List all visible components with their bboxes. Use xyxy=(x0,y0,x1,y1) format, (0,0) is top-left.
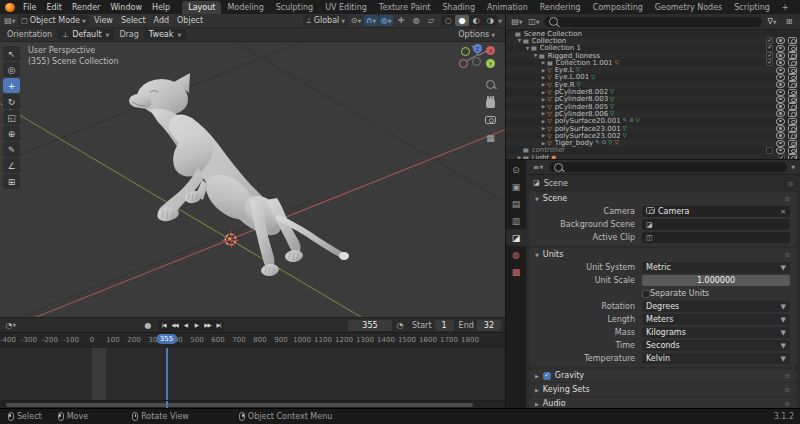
toggle-ortho-button[interactable]: ▦ xyxy=(484,132,497,144)
tool-add-cube-button[interactable]: ⊞ xyxy=(3,174,20,189)
orientation-setting-dropdown[interactable]: ⊥ Default ▼ xyxy=(57,29,114,40)
gizmo-z-neg[interactable] xyxy=(472,57,481,66)
expand-arrow-icon[interactable]: ▶ xyxy=(540,141,547,146)
shading-wireframe-button[interactable]: ○ xyxy=(441,15,455,26)
units-panel-header[interactable]: ▼ Units ≡ xyxy=(529,248,797,261)
properties-search-input[interactable] xyxy=(549,162,787,172)
next-keyframe-button[interactable]: ▶▶ xyxy=(202,320,213,331)
menu-file[interactable]: File xyxy=(18,3,41,12)
camera-view-button[interactable] xyxy=(484,114,497,126)
toggle-xray-button[interactable]: ▱ xyxy=(424,15,438,26)
disable-in-renders-icon[interactable] xyxy=(788,110,797,117)
outliner-search-input[interactable] xyxy=(544,17,762,27)
active-clip-field[interactable]: ◫ xyxy=(642,232,790,243)
properties-editor-type-button[interactable]: ≡▼ xyxy=(531,162,545,173)
tool-annotate-button[interactable]: ✎ xyxy=(3,142,20,157)
separate-units-checkbox[interactable] xyxy=(642,290,650,298)
workspace-tab-modeling[interactable]: Modeling xyxy=(221,1,269,14)
jump-to-end-button[interactable]: ▶| xyxy=(213,320,224,331)
gravity-checkbox[interactable] xyxy=(543,372,551,380)
disable-in-renders-icon[interactable] xyxy=(788,140,797,147)
properties-tab-world[interactable]: ◍ xyxy=(506,246,526,263)
gizmo-y[interactable]: Y xyxy=(486,59,495,68)
viewport-menu-view[interactable]: View xyxy=(90,16,117,25)
hide-in-viewport-icon[interactable] xyxy=(776,140,785,147)
expand-arrow-icon[interactable]: ▼ xyxy=(524,46,531,51)
disable-in-renders-icon[interactable] xyxy=(788,37,797,44)
zoom-button[interactable] xyxy=(484,78,497,90)
prev-keyframe-button[interactable]: ◀◀ xyxy=(169,320,180,331)
unit-scale-field[interactable]: 1.000000 xyxy=(642,275,790,286)
lioness-model[interactable] xyxy=(0,42,505,317)
disable-in-renders-icon[interactable] xyxy=(788,154,797,159)
include-checkbox[interactable] xyxy=(778,154,785,159)
timeline-ruler[interactable]: 355 -400-300-200-10001002003004005006007… xyxy=(0,332,505,347)
shading-dropdown-icon[interactable]: ▼ xyxy=(498,18,502,24)
mass-dropdown[interactable]: Kilograms▼ xyxy=(642,327,790,338)
tool-rotate-button[interactable]: ↻ xyxy=(3,94,20,109)
tool-move-button[interactable]: + xyxy=(3,78,20,93)
tool-transform-button[interactable]: ⊕ xyxy=(3,126,20,141)
hide-in-viewport-icon[interactable] xyxy=(776,52,785,59)
playhead-line[interactable] xyxy=(166,348,168,400)
filter-button[interactable]: ∇▼ xyxy=(765,16,779,27)
disable-in-renders-icon[interactable] xyxy=(788,81,797,88)
hide-in-viewport-icon[interactable] xyxy=(776,74,785,81)
frame-start-field[interactable]: 1 xyxy=(435,320,454,331)
options-dropdown[interactable]: Options ▼ xyxy=(455,29,498,40)
expand-arrow-icon[interactable]: ▶ xyxy=(540,68,547,73)
play-reverse-button[interactable]: ◀ xyxy=(180,320,191,331)
workspace-tab-layout[interactable]: Layout xyxy=(182,1,221,14)
hide-in-viewport-icon[interactable] xyxy=(776,103,785,110)
background-scene-field[interactable]: ◪ xyxy=(642,219,790,230)
expand-arrow-icon[interactable]: ▶ xyxy=(540,90,547,95)
shading-material-preview-button[interactable]: ◐ xyxy=(469,15,483,26)
outliner-row[interactable]: ▶▽pCylinder8.003▽ xyxy=(506,96,800,103)
gizmo-x[interactable]: X xyxy=(486,46,495,55)
disable-in-renders-icon[interactable] xyxy=(788,52,797,59)
show-gizmos-button[interactable]: ✛ xyxy=(394,15,408,26)
workspace-tab-scripting[interactable]: Scripting xyxy=(728,1,776,14)
tool-cursor-button[interactable]: ◎ xyxy=(3,62,20,77)
menu-render[interactable]: Render xyxy=(67,3,105,12)
include-checkbox[interactable] xyxy=(766,59,773,66)
gizmo-x-neg[interactable] xyxy=(459,59,468,68)
properties-options-icon[interactable]: ▼ xyxy=(791,164,795,170)
expand-arrow-icon[interactable]: ▶ xyxy=(540,97,547,102)
temperature-dropdown[interactable]: Kelvin▼ xyxy=(642,353,790,364)
outliner-editor-type-button[interactable]: ▤▼ xyxy=(510,16,524,27)
new-collection-button[interactable]: ⊞ xyxy=(782,16,796,27)
hide-in-viewport-icon[interactable] xyxy=(776,89,785,96)
menu-edit[interactable]: Edit xyxy=(41,3,67,12)
expand-arrow-icon[interactable]: ▶ xyxy=(540,104,547,109)
expand-arrow-icon[interactable]: ▶ xyxy=(540,82,547,87)
hide-in-viewport-icon[interactable] xyxy=(776,125,785,132)
add-workspace-button[interactable]: + xyxy=(776,1,795,14)
keying-sets-panel-header[interactable]: ▶Keying Sets≡ xyxy=(529,383,797,396)
timeline-editor-type-button[interactable]: ◔▼ xyxy=(4,320,18,331)
display-mode-button[interactable]: ◫▼ xyxy=(527,16,541,27)
editor-type-button[interactable]: ▤▼ xyxy=(3,15,17,26)
hide-in-viewport-icon[interactable] xyxy=(776,132,785,139)
transform-orientation-dropdown[interactable]: ⊥ Global ▼ xyxy=(303,15,349,26)
play-button[interactable]: ▶ xyxy=(191,320,202,331)
workspace-tab-sculpting[interactable]: Sculpting xyxy=(270,1,319,14)
blender-logo-icon[interactable] xyxy=(5,3,15,12)
disable-in-renders-icon[interactable] xyxy=(788,74,797,81)
expand-arrow-icon[interactable]: ▶ xyxy=(540,60,547,65)
outliner-row[interactable]: ▤controller xyxy=(506,147,800,154)
properties-tab-output[interactable]: ▤ xyxy=(506,195,526,212)
pivot-point-button[interactable]: ⊙▼ xyxy=(349,15,363,26)
workspace-tab-texture-paint[interactable]: Texture Paint xyxy=(373,1,437,14)
audio-panel-header[interactable]: ▶Audio≡ xyxy=(529,397,797,408)
properties-tab-render[interactable]: ▣ xyxy=(506,178,526,195)
gizmo-z[interactable]: Z xyxy=(473,44,482,53)
timeline-scrollbar[interactable] xyxy=(0,400,505,408)
disable-in-renders-icon[interactable] xyxy=(788,96,797,103)
viewport-menu-select[interactable]: Select xyxy=(117,16,150,25)
disable-in-renders-icon[interactable] xyxy=(788,67,797,74)
disable-in-renders-icon[interactable] xyxy=(788,125,797,132)
disable-in-renders-icon[interactable] xyxy=(788,147,797,154)
expand-arrow-icon[interactable]: ▶ xyxy=(516,155,523,159)
snap-magnet-button[interactable]: ∩▼ xyxy=(364,15,378,26)
